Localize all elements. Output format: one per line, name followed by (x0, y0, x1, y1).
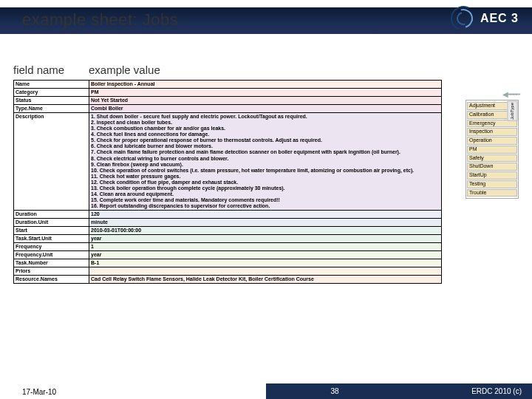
field-label: Frequency (14, 243, 89, 250)
logo: AEC 3 (451, 6, 519, 31)
jobtype-callout: ◀━━━━ JobType AdjustmentCalibrationEmerg… (466, 92, 519, 199)
page-title: example sheet: Jobs (22, 10, 178, 30)
jobtype-item: ShutDown (467, 163, 517, 171)
table-row: Start2010-03-01T00:00:00 (14, 226, 441, 234)
field-value: B-1 (89, 259, 441, 267)
table-row: Duration.Unitminute (14, 218, 441, 226)
jobtype-item: Inspection (467, 128, 517, 136)
field-label: Description (14, 113, 89, 210)
table-row: Duration120 (14, 210, 441, 218)
field-value: Cad Cell Relay Switch Flame Sensors, Hal… (89, 276, 441, 283)
field-label: Type.Name (14, 105, 89, 112)
jobtype-item: StartUp (467, 171, 517, 180)
table-row: CategoryPM (14, 88, 441, 96)
field-value: 1. Shut down boiler - secure fuel supply… (89, 113, 441, 210)
field-value: Boiler Inspection - Annual (89, 81, 441, 88)
table-row: Priors (14, 267, 441, 275)
col-field-name: field name (13, 64, 89, 76)
field-value: Not Yet Started (89, 97, 441, 104)
column-headings: field name example value (13, 64, 160, 76)
table-row: Description1. Shut down boiler - secure … (14, 112, 441, 210)
field-label: Category (14, 89, 89, 96)
jobtype-item: Operation (467, 137, 517, 145)
col-example-value: example value (89, 64, 160, 76)
jobtype-list: JobType AdjustmentCalibrationEmergencyIn… (466, 100, 519, 199)
field-value: minute (89, 219, 441, 226)
header: example sheet: Jobs AEC 3 (0, 0, 532, 37)
jobtype-item: Testing (467, 180, 517, 188)
footer-credit: ERDC 2010 (c) (403, 383, 532, 399)
table-row: Type.NameCombi Boiler (14, 104, 441, 112)
jobtype-item: PM (467, 146, 517, 154)
field-label: Priors (14, 267, 89, 275)
logo-swirl-icon (451, 6, 476, 31)
table-row: Frequency.Unityear (14, 250, 441, 259)
table-row: Resource.NamesCad Cell Relay Switch Flam… (14, 275, 441, 283)
field-label: Task.Start.Unit (14, 235, 89, 242)
field-label: Task.Number (14, 259, 89, 267)
field-value: 120 (89, 211, 441, 218)
jobtype-header: JobType (508, 101, 518, 121)
footer-page: 38 (266, 383, 403, 399)
footer-date: 17-Mar-10 (0, 383, 266, 399)
field-label: Status (14, 97, 89, 104)
field-value: 1 (89, 243, 441, 250)
jobtype-item: Trouble (467, 189, 517, 197)
field-value: 2010-03-01T00:00:00 (89, 227, 441, 234)
field-label: Name (14, 81, 89, 88)
field-label: Frequency.Unit (14, 251, 89, 259)
logo-text: AEC 3 (480, 12, 519, 25)
jobtype-item: Safety (467, 154, 517, 163)
field-label: Duration.Unit (14, 219, 89, 226)
callout-arrow-icon: ◀━━━━ (502, 90, 519, 98)
field-value: Combi Boiler (89, 105, 441, 112)
table-row: NameBoiler Inspection - Annual (14, 81, 441, 88)
table-row: Task.NumberB-1 (14, 259, 441, 267)
footer: 17-Mar-10 38 ERDC 2010 (c) (0, 383, 532, 399)
field-value: year (89, 235, 441, 242)
table-row: Frequency1 (14, 242, 441, 250)
field-label: Resource.Names (14, 276, 89, 283)
field-label: Start (14, 227, 89, 234)
field-value: PM (89, 89, 441, 96)
field-value (89, 267, 441, 275)
field-value: year (89, 251, 441, 259)
data-sheet: NameBoiler Inspection - AnnualCategoryPM… (13, 80, 442, 284)
table-row: Task.Start.Unityear (14, 234, 441, 242)
field-label: Duration (14, 211, 89, 218)
table-row: StatusNot Yet Started (14, 96, 441, 104)
